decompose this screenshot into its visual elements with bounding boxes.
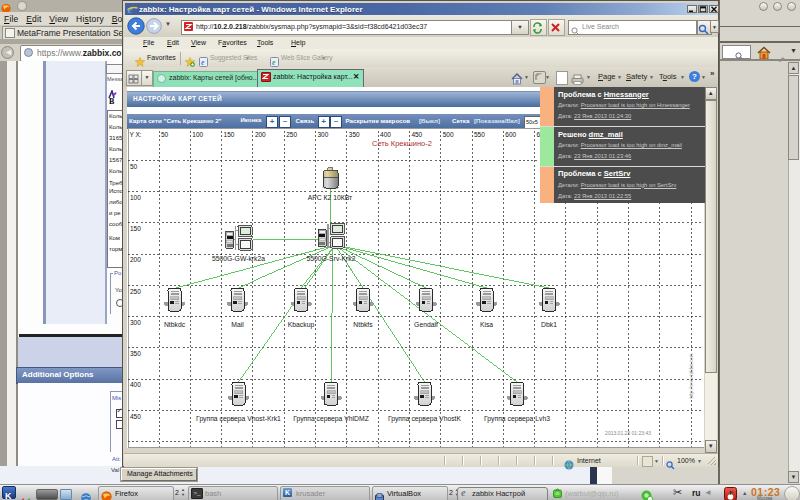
svg-text:50: 50 bbox=[130, 163, 138, 170]
svg-text:Gendalf: Gendalf bbox=[414, 321, 438, 328]
svg-text:Сеть Крекшино-2: Сеть Крекшино-2 bbox=[372, 139, 432, 148]
svg-text:Dbk1: Dbk1 bbox=[541, 321, 557, 328]
svg-text:250: 250 bbox=[286, 131, 297, 138]
svg-text:250: 250 bbox=[130, 288, 141, 295]
svg-text:K: K bbox=[5, 491, 12, 500]
svg-text:550: 550 bbox=[474, 131, 485, 138]
svg-text:Ntbkdc: Ntbkdc bbox=[164, 321, 186, 328]
svg-text:Ntbkfs: Ntbkfs bbox=[353, 321, 373, 328]
svg-text:Группа сервера VhostK: Группа сервера VhostK bbox=[388, 415, 462, 423]
svg-text:450: 450 bbox=[130, 413, 141, 420]
svg-text:600: 600 bbox=[505, 131, 516, 138]
svg-text:150: 150 bbox=[224, 131, 235, 138]
svg-text:Группа сервера VhlDMZ: Группа сервера VhlDMZ bbox=[293, 415, 369, 423]
svg-text:АРС К2 10КВт: АРС К2 10КВт bbox=[308, 194, 352, 201]
svg-text:300: 300 bbox=[130, 319, 141, 326]
svg-text:Kbackup: Kbackup bbox=[288, 321, 315, 329]
svg-text:450: 450 bbox=[411, 131, 422, 138]
svg-text:300: 300 bbox=[318, 131, 329, 138]
svg-text:e: e bbox=[201, 58, 205, 67]
svg-text:Y X:: Y X: bbox=[130, 131, 142, 138]
svg-text:200: 200 bbox=[255, 131, 266, 138]
svg-text:Группа сервера Lvh3: Группа сервера Lvh3 bbox=[484, 415, 550, 423]
svg-text:100: 100 bbox=[130, 194, 141, 201]
svg-text:400: 400 bbox=[380, 131, 391, 138]
svg-text:150: 150 bbox=[130, 225, 141, 232]
svg-text:350: 350 bbox=[130, 350, 141, 357]
svg-text:e: e bbox=[272, 58, 276, 67]
svg-text:Kisa: Kisa bbox=[480, 321, 493, 328]
svg-text:Группа сервера Vhost-Krk1: Группа сервера Vhost-Krk1 bbox=[196, 415, 281, 423]
svg-text:http://www.zabbix.com: http://www.zabbix.com bbox=[689, 353, 694, 398]
svg-text:50: 50 bbox=[161, 131, 169, 138]
svg-text:e: e bbox=[461, 488, 466, 497]
svg-text:5500G-Srv-Krk2: 5500G-Srv-Krk2 bbox=[306, 255, 355, 262]
svg-text:5500G-GW-krk2a: 5500G-GW-krk2a bbox=[212, 255, 265, 262]
svg-text:500: 500 bbox=[443, 131, 454, 138]
svg-text:100: 100 bbox=[192, 131, 203, 138]
svg-text:2013.01.23 01:23:43: 2013.01.23 01:23:43 bbox=[605, 430, 651, 436]
svg-text:400: 400 bbox=[130, 381, 141, 388]
svg-text:Mail: Mail bbox=[231, 321, 244, 328]
svg-text:200: 200 bbox=[130, 256, 141, 263]
svg-text:350: 350 bbox=[349, 131, 360, 138]
